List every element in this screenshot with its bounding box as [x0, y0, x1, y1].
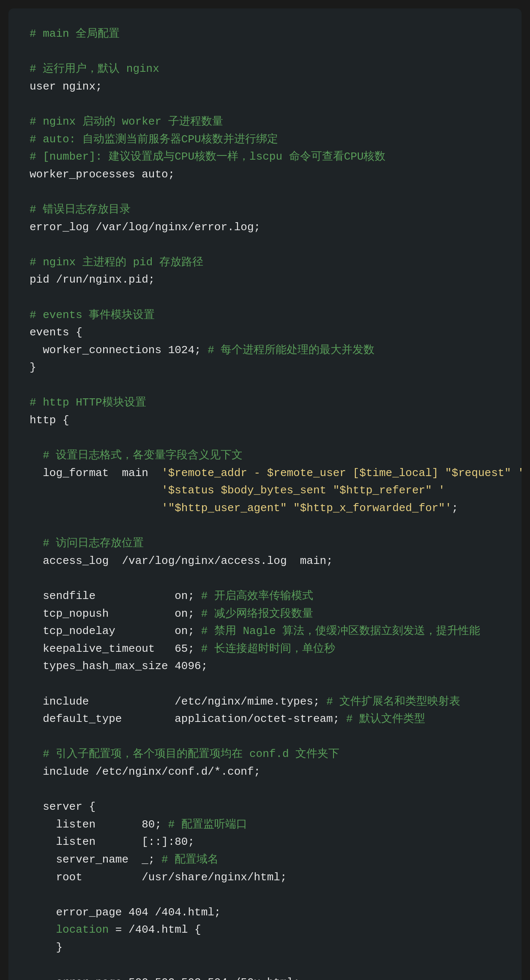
line-events-close: }	[30, 361, 36, 374]
line-keepalive: keepalive_timeout 65; # 长连接超时时间，单位秒	[30, 642, 335, 655]
line-worker-processes: worker_processes auto;	[30, 168, 175, 181]
line-include-conf: include /etc/nginx/conf.d/*.conf;	[30, 765, 260, 778]
line-server-open: server {	[30, 800, 96, 813]
line-comment-5: # [number]: 建议设置成与CPU核数一样，lscpu 命令可查看CPU…	[30, 150, 385, 163]
line-error-log: error_log /var/log/nginx/error.log;	[30, 221, 260, 234]
line-listen-80: listen 80; # 配置监听端口	[30, 818, 247, 831]
line-comment-7: # nginx 主进程的 pid 存放路径	[30, 256, 203, 269]
line-error-page-404: error_page 404 /404.html;	[30, 906, 221, 919]
line-location-404-close: }	[30, 941, 63, 954]
line-worker-connections: worker_connections 1024; # 每个进程所能处理的最大并发…	[30, 344, 375, 357]
line-error-page-50x: error_page 500 502 503 504 /50x.html;	[30, 976, 300, 980]
line-comment-6: # 错误日志存放目录	[30, 203, 131, 216]
line-location-404: location = /404.html {	[30, 923, 201, 936]
line-pid: pid /run/nginx.pid;	[30, 273, 155, 286]
line-comment-12: # 引入子配置项，各个项目的配置项均在 conf.d 文件夹下	[30, 748, 339, 760]
line-log-format-1: log_format main '$remote_addr - $remote_…	[30, 467, 524, 479]
line-sendfile: sendfile on; # 开启高效率传输模式	[30, 590, 313, 602]
line-comment-1: # main 全局配置	[30, 27, 120, 40]
code-content: # main 全局配置 # 运行用户，默认 nginx user nginx; …	[30, 25, 500, 980]
line-comment-8: # events 事件模块设置	[30, 309, 155, 321]
line-comment-3: # nginx 启动的 worker 子进程数量	[30, 115, 223, 128]
line-events-open: events {	[30, 326, 82, 339]
line-access-log: access_log /var/log/nginx/access.log mai…	[30, 555, 333, 567]
line-comment-10: # 设置日志格式，各变量字段含义见下文	[30, 449, 243, 462]
line-server-name: server_name _; # 配置域名	[30, 853, 219, 866]
code-container: # main 全局配置 # 运行用户，默认 nginx user nginx; …	[8, 8, 522, 980]
line-tcp-nodelay: tcp_nodelay on; # 禁用 Nagle 算法，使缓冲区数据立刻发送…	[30, 625, 480, 637]
line-types-hash: types_hash_max_size 4096;	[30, 660, 208, 672]
line-comment-9: # http HTTP模块设置	[30, 396, 146, 409]
line-default-type: default_type application/octet-stream; #…	[30, 713, 425, 725]
line-comment-4: # auto: 自动监测当前服务器CPU核数并进行绑定	[30, 133, 278, 146]
line-http-open: http {	[30, 414, 69, 427]
line-listen-ipv6: listen [::]:80;	[30, 836, 194, 848]
line-comment-11: # 访问日志存放位置	[30, 537, 144, 550]
line-include-mime: include /etc/nginx/mime.types; # 文件扩展名和类…	[30, 695, 460, 708]
line-log-format-3: '"$http_user_agent" "$http_x_forwarded_f…	[30, 502, 458, 514]
line-tcp-nopush: tcp_nopush on; # 减少网络报文段数量	[30, 607, 313, 620]
line-user: user nginx;	[30, 80, 102, 93]
line-log-format-2: '$status $body_bytes_sent "$http_referer…	[30, 484, 445, 497]
line-root: root /usr/share/nginx/html;	[30, 871, 287, 884]
line-comment-2: # 运行用户，默认 nginx	[30, 63, 159, 75]
